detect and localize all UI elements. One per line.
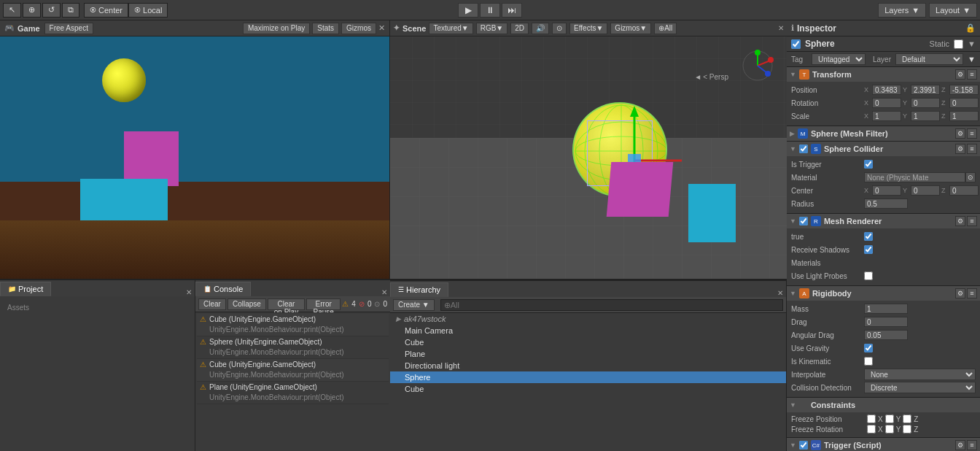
interpolate-dropdown[interactable]: None [864,369,976,380]
console-row-1[interactable]: ⚠ Sphere (UnityEngine.GameObject) UnityE… [197,336,389,359]
space-btn[interactable]: ⦿ Local [128,3,168,18]
mesh-filter-settings-btn[interactable]: ⚙ [955,128,965,139]
angular-drag-input[interactable] [864,330,908,340]
fx-btn[interactable]: ⊙ [552,23,567,34]
hierarchy-item-6[interactable]: Cube [390,383,786,395]
scale-y-input[interactable] [911,111,940,121]
transform-menu-btn[interactable]: ≡ [967,69,977,80]
tool-btn-1[interactable]: ⊕ [23,3,41,18]
sphere-collider-settings-btn[interactable]: ⚙ [955,144,965,154]
scene-gizmos-btn[interactable]: Gizmos ▼ [610,23,651,34]
console-tab[interactable]: 📋 Console [195,282,251,296]
scene-view-close-icon[interactable]: ✕ [778,24,784,32]
is-trigger-checkbox[interactable] [864,160,873,169]
tool-btn-3[interactable]: ⧉ [62,3,79,18]
color-mode-btn[interactable]: RGB ▼ [476,23,508,34]
project-close-icon[interactable]: ✕ [186,288,195,296]
mass-input[interactable] [864,304,908,314]
step-button[interactable]: ⏭ [502,3,522,18]
hierarchy-item-3[interactable]: Plane [390,348,786,360]
trigger-script-header[interactable]: ▼ C# Trigger (Script) ⚙ ≡ [787,438,980,451]
game-free-aspect-btn[interactable]: Free Aspect [44,23,93,34]
clear-btn[interactable]: Clear [198,298,226,310]
object-active-checkbox[interactable] [791,39,801,49]
freeze-pos-x-checkbox[interactable] [867,415,876,423]
error-pause-btn[interactable]: Error Pause [306,298,341,310]
rot-x-input[interactable] [872,98,901,108]
pause-button[interactable]: ⏸ [480,3,500,18]
hierarchy-item-1[interactable]: Main Camera [390,325,786,336]
pos-x-input[interactable] [872,85,901,95]
use-gravity-checkbox[interactable] [864,344,873,352]
mesh-filter-menu-btn[interactable]: ≡ [967,128,977,139]
audio-btn[interactable]: 🔊 [532,23,549,34]
center-x-input[interactable] [872,185,901,196]
scale-z-input[interactable] [949,111,979,121]
pos-y-input[interactable] [911,85,940,95]
hierarchy-item-5[interactable]: Sphere [390,371,786,383]
freeze-rot-z-checkbox[interactable] [903,425,911,433]
layers-dropdown[interactable]: Layers ▼ [878,3,926,18]
material-edit-btn[interactable]: ⊙ [965,172,976,182]
game-view-close-icon[interactable]: ✕ [378,23,385,33]
trigger-active-checkbox[interactable] [799,441,808,450]
mesh-filter-header[interactable]: ▶ M Sphere (Mesh Filter) ⚙ ≡ [787,126,980,141]
constraints-header[interactable]: ▼ Constraints [787,398,980,412]
hierarchy-close-icon[interactable]: ✕ [777,289,786,297]
receive-shadows-checkbox[interactable] [864,245,873,254]
game-gizmos-btn[interactable]: Gizmos [341,23,376,34]
console-row-2[interactable]: ⚠ Cube (UnityEngine.GameObject) UnityEng… [197,359,389,382]
effects-btn[interactable]: Effects ▼ [569,23,607,34]
rigidbody-menu-btn[interactable]: ≡ [967,288,977,298]
static-chevron-icon[interactable]: ▼ [968,39,976,48]
layout-dropdown[interactable]: Layout ▼ [929,3,977,18]
tool-btn-0[interactable]: ↖ [3,3,21,18]
console-row-3[interactable]: ⚠ Plane (UnityEngine.GameObject) UnityEn… [197,382,389,404]
rigidbody-header[interactable]: ▼ A Rigidbody ⚙ ≡ [787,286,980,301]
center-y-input[interactable] [911,185,940,196]
inspector-lock-icon[interactable]: 🔒 [965,23,976,33]
is-kinematic-checkbox[interactable] [864,357,873,366]
pivot-btn[interactable]: ⦿ Center [84,3,128,18]
play-button[interactable]: ▶ [458,3,478,18]
game-stats-btn[interactable]: Stats [312,23,339,34]
trigger-settings-btn[interactable]: ⚙ [955,440,965,450]
rot-y-input[interactable] [911,98,940,108]
render-mode-btn[interactable]: Textured ▼ [429,23,472,34]
hierarchy-tab[interactable]: ☰ Hierarchy [390,282,448,297]
drag-input[interactable] [864,317,908,327]
mesh-renderer-settings-btn[interactable]: ⚙ [955,216,965,226]
rigidbody-settings-btn[interactable]: ⚙ [955,288,965,298]
hierarchy-create-btn[interactable]: Create ▼ [393,299,435,311]
light-probes-checkbox[interactable] [864,271,873,280]
collapse-btn[interactable]: Collapse [228,298,266,310]
scene-search-all-btn[interactable]: ⊕All [654,23,677,34]
sphere-collider-header[interactable]: ▼ S Sphere Collider ⚙ ≡ [787,142,980,156]
hierarchy-item-root[interactable]: ▶ ak47wstock [390,313,786,325]
sphere-collider-menu-btn[interactable]: ≡ [967,144,977,154]
trigger-menu-btn[interactable]: ≡ [967,440,977,450]
console-close-icon[interactable]: ✕ [381,288,390,296]
freeze-rot-x-checkbox[interactable] [867,425,876,433]
transform-settings-btn[interactable]: ⚙ [955,69,965,80]
mesh-renderer-menu-btn[interactable]: ≡ [967,216,977,226]
hierarchy-search-input[interactable] [440,299,783,311]
project-tab[interactable]: 📁 Project [0,282,51,296]
center-z-input[interactable] [949,185,979,196]
mesh-renderer-header[interactable]: ▼ R Mesh Renderer ⚙ ≡ [787,214,980,228]
freeze-rot-y-checkbox[interactable] [885,425,894,433]
tag-dropdown[interactable]: Untagged [812,53,866,65]
pos-z-input[interactable] [949,85,979,95]
tool-btn-2[interactable]: ↺ [42,3,61,18]
console-row-0[interactable]: ⚠ Cube (UnityEngine.GameObject) UnityEng… [197,314,389,336]
clear-on-play-btn[interactable]: Clear on Play [268,298,305,310]
hierarchy-item-2[interactable]: Cube [390,336,786,348]
freeze-pos-y-checkbox[interactable] [885,415,894,423]
transform-header[interactable]: ▼ T Transform ⚙ ≡ [787,67,980,82]
twoD-btn[interactable]: 2D [510,23,529,34]
static-checkbox[interactable] [954,39,963,49]
scale-x-input[interactable] [872,111,901,121]
sphere-collider-active-checkbox[interactable] [799,144,808,153]
game-maximize-btn[interactable]: Maximize on Play [243,23,310,34]
rot-z-input[interactable] [949,98,979,108]
